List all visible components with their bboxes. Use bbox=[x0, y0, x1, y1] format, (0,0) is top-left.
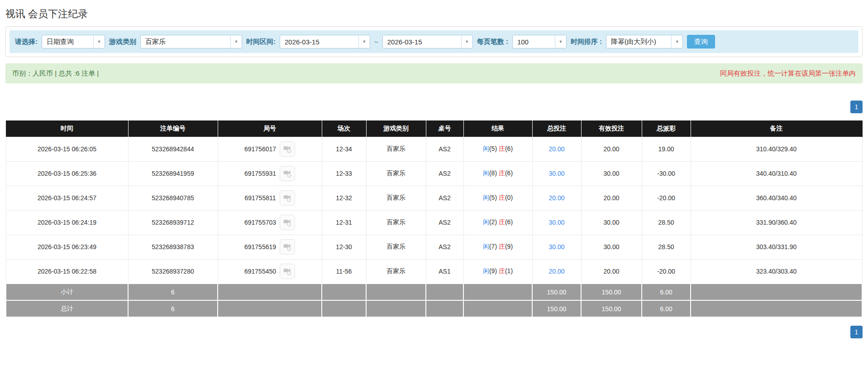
chevron-down-icon: ▼ bbox=[461, 35, 472, 48]
query-type-select[interactable]: 日期查询 ▼ bbox=[42, 35, 105, 48]
cell-note: 323.40/303.40 bbox=[691, 259, 862, 284]
per-page-label: 每页笔数 : bbox=[477, 38, 508, 46]
table-row: 2026-03-15 06:24:19523268939712691755703… bbox=[6, 210, 862, 235]
result-player-label: 闲 bbox=[483, 145, 489, 152]
round-id-text: 691755811 bbox=[244, 194, 276, 202]
cell-note: 331.90/360.40 bbox=[691, 210, 862, 235]
video-icon bbox=[283, 242, 292, 251]
cell-game-category: 百家乐 bbox=[366, 235, 426, 259]
cell-bet-id: 523268939712 bbox=[128, 210, 218, 235]
per-page-select[interactable]: 100 ▼ bbox=[512, 35, 567, 48]
table-row: 2026-03-15 06:25:36523268941959691755931… bbox=[6, 161, 862, 186]
cell-total-bet: 20.00 bbox=[532, 186, 581, 210]
video-icon bbox=[283, 218, 292, 227]
video-replay-button[interactable] bbox=[280, 166, 295, 181]
cell-total-bet: 30.00 bbox=[532, 210, 581, 235]
cell-table-no: AS2 bbox=[426, 235, 463, 259]
table-row: 2026-03-15 06:24:57523268940785691755811… bbox=[6, 186, 862, 210]
header-round-id: 局号 bbox=[218, 120, 322, 137]
cell-result: 闲(5) 庄(6) bbox=[463, 137, 532, 161]
total-bet-link[interactable]: 30.00 bbox=[548, 219, 564, 226]
header-table-no: 桌号 bbox=[426, 120, 463, 137]
video-replay-button[interactable] bbox=[280, 215, 295, 230]
video-replay-button[interactable] bbox=[280, 239, 295, 255]
cell-result: 闲(5) 庄(0) bbox=[463, 186, 532, 210]
game-category-select[interactable]: 百家乐 ▼ bbox=[140, 35, 242, 48]
subtotal-total-bet: 150.00 bbox=[532, 284, 581, 300]
cell-game-category: 百家乐 bbox=[366, 161, 426, 186]
cell-round-id: 691755811 bbox=[218, 186, 322, 210]
cell-bet-id: 523268941959 bbox=[128, 161, 218, 186]
chevron-down-icon: ▼ bbox=[671, 35, 682, 48]
note-warning-text: 同局有效投注，统一计算在该局第一张注单内 bbox=[720, 69, 856, 78]
page-1-button[interactable]: 1 bbox=[850, 326, 863, 338]
result-banker-label: 庄 bbox=[499, 218, 505, 226]
round-id-text: 691755619 bbox=[244, 243, 276, 250]
video-replay-button[interactable] bbox=[280, 190, 295, 206]
total-count: 6 bbox=[128, 300, 218, 317]
total-bet-link[interactable]: 20.00 bbox=[548, 194, 564, 202]
result-player-score: (5) bbox=[489, 145, 499, 152]
cell-round-id: 691755931 bbox=[218, 161, 322, 186]
result-player-label: 闲 bbox=[483, 218, 489, 226]
total-bet-link[interactable]: 30.00 bbox=[548, 170, 564, 177]
result-banker-label: 庄 bbox=[499, 243, 505, 250]
page: 视讯 会员下注纪录 请选择: 日期查询 ▼ 游戏类别 百家乐 ▼ 时间区间: 2… bbox=[0, 7, 868, 338]
video-replay-button[interactable] bbox=[280, 264, 295, 279]
video-replay-button[interactable] bbox=[280, 141, 295, 157]
cell-round-id: 691755450 bbox=[218, 259, 322, 284]
table-header-row: 时间 注单编号 局号 场次 游戏类别 桌号 结果 总投注 有效投注 总派彩 备注 bbox=[6, 120, 862, 137]
round-id-text: 691755931 bbox=[244, 170, 276, 177]
cell-note: 360.40/340.40 bbox=[691, 186, 862, 210]
result-banker-score: (1) bbox=[505, 267, 513, 274]
page-1-button[interactable]: 1 bbox=[850, 101, 863, 113]
result-banker-label: 庄 bbox=[499, 145, 505, 152]
round-id-text: 691755450 bbox=[244, 268, 276, 275]
video-icon bbox=[283, 144, 292, 154]
video-icon bbox=[283, 169, 292, 178]
result-banker-score: (9) bbox=[505, 243, 513, 250]
total-valid-bet: 150.00 bbox=[581, 300, 642, 317]
time-sort-label: 时间排序 : bbox=[571, 38, 602, 46]
date-to-select[interactable]: 2026-03-15 ▼ bbox=[382, 35, 473, 48]
total-bet-link[interactable]: 20.00 bbox=[548, 268, 564, 275]
total-bet-link[interactable]: 30.00 bbox=[548, 243, 564, 250]
cell-valid-bet: 20.00 bbox=[581, 259, 642, 284]
cell-time: 2026-03-15 06:26:05 bbox=[6, 137, 128, 161]
cell-session: 12-31 bbox=[322, 210, 366, 235]
date-from-select[interactable]: 2026-03-15 ▼ bbox=[280, 35, 370, 48]
total-bet-link[interactable]: 20.00 bbox=[548, 145, 564, 153]
cell-game-category: 百家乐 bbox=[366, 137, 426, 161]
per-page-value: 100 bbox=[513, 35, 555, 48]
pagination-bottom: 1 bbox=[5, 326, 863, 338]
cell-round-id: 691755703 bbox=[218, 210, 322, 235]
filter-panel: 请选择: 日期查询 ▼ 游戏类别 百家乐 ▼ 时间区间: 2026-03-15 … bbox=[5, 26, 863, 57]
cell-result: 闲(8) 庄(6) bbox=[463, 161, 532, 186]
time-range-label: 时间区间: bbox=[246, 38, 276, 46]
cell-table-no: AS2 bbox=[426, 210, 463, 235]
result-player-score: (5) bbox=[489, 194, 499, 201]
cell-note: 303.40/331.90 bbox=[691, 235, 862, 259]
game-category-label: 游戏类别 bbox=[109, 38, 136, 46]
cell-total-bet: 30.00 bbox=[532, 235, 581, 259]
chevron-down-icon: ▼ bbox=[93, 35, 105, 48]
cell-bet-id: 523268938783 bbox=[128, 235, 218, 259]
header-payout: 总派彩 bbox=[642, 120, 691, 137]
cell-session: 12-33 bbox=[322, 161, 366, 186]
cell-session: 12-32 bbox=[322, 186, 366, 210]
round-id-group: 691755811 bbox=[244, 190, 295, 206]
subtotal-payout: 6.00 bbox=[642, 284, 691, 300]
subtotal-count: 6 bbox=[128, 284, 218, 300]
search-button[interactable]: 查询 bbox=[687, 35, 715, 48]
header-session: 场次 bbox=[322, 120, 366, 137]
subtotal-valid-bet: 150.00 bbox=[581, 284, 642, 300]
cell-session: 11-56 bbox=[322, 259, 366, 284]
date-from-value: 2026-03-15 bbox=[280, 35, 358, 48]
result-banker-score: (6) bbox=[505, 218, 513, 226]
cell-time: 2026-03-15 06:24:57 bbox=[6, 186, 128, 210]
cell-valid-bet: 20.00 bbox=[581, 186, 642, 210]
result-banker-label: 庄 bbox=[499, 267, 505, 274]
time-sort-select[interactable]: 降幂(由大到小) ▼ bbox=[606, 35, 683, 48]
cell-payout: 19.00 bbox=[642, 137, 691, 161]
cell-note: 340.40/310.40 bbox=[691, 161, 862, 186]
